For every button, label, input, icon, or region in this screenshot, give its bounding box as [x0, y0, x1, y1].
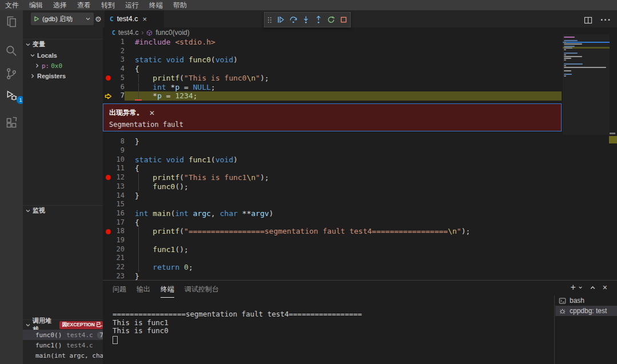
- menu-item[interactable]: 运行: [120, 0, 144, 10]
- stop-icon[interactable]: [339, 15, 348, 24]
- breakpoint-icon[interactable]: [106, 229, 111, 234]
- code-line-content[interactable]: [125, 146, 562, 155]
- code-line-18[interactable]: 18 printf("=================segmentation…: [103, 227, 562, 236]
- code-line-content[interactable]: *p = 1234;: [125, 91, 562, 101]
- code-line-20[interactable]: 20 func1();: [103, 245, 562, 254]
- terminal-list-item[interactable]: cppdbg: test: [555, 306, 617, 316]
- gutter-breakpoint-zone[interactable]: [103, 55, 113, 65]
- code-line-12[interactable]: 12 printf("This is func1\n");: [103, 173, 562, 182]
- variables-section-header[interactable]: 变量: [23, 39, 103, 49]
- code-line-19[interactable]: 19: [103, 236, 562, 245]
- close-panel-icon[interactable]: ×: [603, 283, 607, 292]
- code-line-content[interactable]: static void func0(void): [125, 55, 562, 65]
- code-line-content[interactable]: func1();: [125, 245, 562, 254]
- code-line-10[interactable]: 10static void func1(void): [103, 155, 562, 165]
- code-line-content[interactable]: }: [125, 272, 562, 280]
- gutter-breakpoint-zone[interactable]: [103, 173, 113, 182]
- continue-icon[interactable]: [277, 15, 285, 24]
- terminal-picker-chevron-icon[interactable]: [578, 285, 583, 290]
- code-line-content[interactable]: static void func1(void): [125, 155, 562, 165]
- menu-item[interactable]: 查看: [72, 0, 96, 10]
- gutter-breakpoint-zone[interactable]: [103, 146, 113, 155]
- gutter-breakpoint-zone[interactable]: [103, 209, 113, 218]
- code-line-15[interactable]: 15: [103, 200, 562, 209]
- tab-test4c[interactable]: C test4.c ×: [105, 10, 164, 27]
- gutter-breakpoint-zone[interactable]: [103, 254, 113, 263]
- gutter-breakpoint-zone[interactable]: [103, 218, 113, 227]
- gutter-breakpoint-zone[interactable]: [103, 191, 113, 201]
- gutter-breakpoint-zone[interactable]: [103, 263, 113, 272]
- code-line-13[interactable]: 13 func0();: [103, 182, 562, 191]
- gear-icon[interactable]: ⚙: [95, 15, 102, 23]
- code-line-content[interactable]: }: [125, 191, 562, 201]
- new-terminal-icon[interactable]: +: [570, 283, 575, 291]
- code-line-content[interactable]: printf("=================segmentation fa…: [125, 227, 562, 236]
- gutter-breakpoint-zone[interactable]: [103, 137, 113, 146]
- gutter-breakpoint-zone[interactable]: [103, 47, 113, 56]
- gutter-breakpoint-zone[interactable]: [103, 272, 113, 280]
- gutter-breakpoint-zone[interactable]: [103, 200, 113, 209]
- drag-handle[interactable]: [267, 16, 273, 24]
- gutter-breakpoint-zone[interactable]: [103, 83, 113, 92]
- gutter-breakpoint-zone[interactable]: [103, 164, 113, 173]
- menu-item[interactable]: 编辑: [24, 0, 48, 10]
- code-line-content[interactable]: [125, 254, 562, 263]
- code-line-17[interactable]: 17{: [103, 218, 562, 227]
- code-line-content[interactable]: [125, 236, 562, 245]
- menu-item[interactable]: 选择: [48, 0, 72, 10]
- code-line-22[interactable]: 22 return 0;: [103, 263, 562, 272]
- code-line-8[interactable]: 8}: [103, 137, 562, 146]
- code-line-1[interactable]: 1#include <stdio.h>: [103, 38, 562, 47]
- breakpoint-icon[interactable]: [106, 75, 111, 81]
- panel-tab-item[interactable]: 输出: [137, 281, 150, 297]
- code-line-23[interactable]: 23}: [103, 272, 562, 280]
- code-line-7[interactable]: 7 *p = 1234;: [103, 91, 562, 101]
- gutter-breakpoint-zone[interactable]: [103, 65, 113, 74]
- extensions-icon[interactable]: [5, 117, 18, 129]
- watch-section-header[interactable]: 监视: [23, 205, 103, 215]
- terminal-output[interactable]: =================segmentation fault test…: [113, 310, 362, 346]
- code-line-16[interactable]: 16int main(int argc, char **argv): [103, 209, 562, 218]
- code-line-content[interactable]: func0();: [125, 182, 562, 191]
- breadcrumb-symbol[interactable]: func0(void): [155, 29, 189, 37]
- code-line-21[interactable]: 21: [103, 254, 562, 263]
- breakpoint-icon[interactable]: [106, 175, 111, 180]
- run-and-debug-icon[interactable]: 1: [5, 89, 18, 102]
- terminal-list-item[interactable]: bash: [555, 295, 617, 306]
- code-line-content[interactable]: }: [125, 137, 562, 146]
- breadcrumb[interactable]: C test4.c › func0(void): [112, 27, 190, 38]
- code-line-4[interactable]: 4{: [103, 65, 562, 74]
- gutter-breakpoint-zone[interactable]: [103, 74, 113, 83]
- gutter-breakpoint-zone[interactable]: [103, 245, 113, 254]
- code-line-content[interactable]: printf("This is func0\n");: [125, 74, 562, 83]
- search-icon[interactable]: [5, 45, 18, 57]
- code-line-3[interactable]: 3static void func0(void): [103, 55, 562, 65]
- gutter-breakpoint-zone[interactable]: [103, 38, 113, 47]
- code-line-9[interactable]: 9: [103, 146, 562, 155]
- gutter-breakpoint-zone[interactable]: [103, 182, 113, 191]
- menu-item[interactable]: 转到: [96, 0, 120, 10]
- debug-config-dropdown[interactable]: (gdb) 启动: [31, 13, 94, 25]
- menu-item[interactable]: 帮助: [168, 0, 192, 10]
- code-line-content[interactable]: {: [125, 218, 562, 227]
- more-actions-icon[interactable]: ···: [600, 15, 611, 25]
- step-out-icon[interactable]: [314, 15, 323, 24]
- stack-frame[interactable]: func1()test4.c: [23, 340, 103, 350]
- debug-play-icon[interactable]: [34, 16, 39, 22]
- restart-icon[interactable]: [327, 15, 335, 24]
- code-line-11[interactable]: 11{: [103, 164, 562, 173]
- panel-tab-active[interactable]: 终端: [161, 281, 174, 298]
- code-line-content[interactable]: #include <stdio.h>: [125, 38, 562, 47]
- variables-group-locals[interactable]: Locals: [23, 50, 103, 61]
- code-line-content[interactable]: return 0;: [125, 263, 562, 272]
- panel-tab-item[interactable]: 调试控制台: [185, 281, 219, 297]
- close-icon[interactable]: ×: [142, 15, 147, 23]
- code-line-content[interactable]: int main(int argc, char **argv): [125, 209, 562, 218]
- code-line-content[interactable]: [125, 47, 562, 56]
- split-editor-icon[interactable]: [584, 17, 592, 24]
- code-line-content[interactable]: printf("This is func1\n");: [125, 173, 562, 182]
- step-over-icon[interactable]: [289, 15, 298, 24]
- step-into-icon[interactable]: [302, 15, 310, 24]
- panel-tab-item[interactable]: 问题: [113, 281, 126, 297]
- code-line-content[interactable]: [125, 200, 562, 209]
